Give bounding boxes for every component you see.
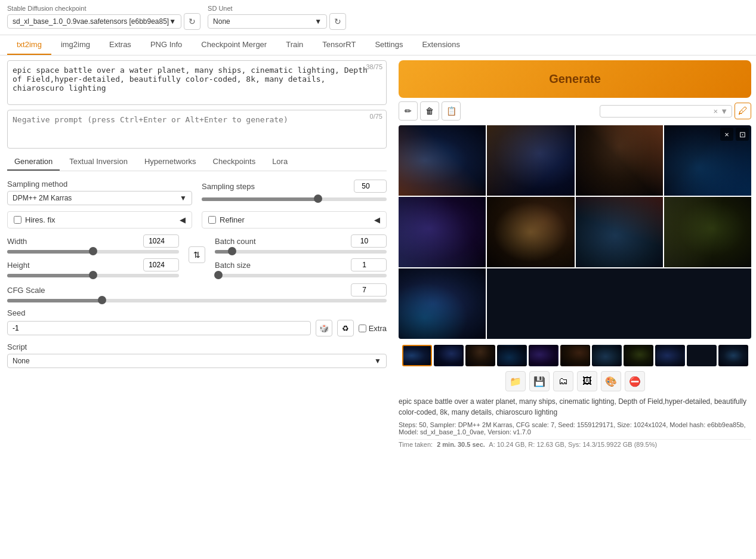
sub-tab-checkpoints[interactable]: Checkpoints — [206, 153, 263, 171]
image-cell-7[interactable] — [576, 197, 663, 267]
recycle-btn[interactable]: ♻ — [337, 320, 354, 336]
image-cell-10[interactable] — [487, 268, 751, 339]
extra-label-row[interactable]: Extra — [359, 324, 387, 333]
status-bar: Time taken: 2 min. 30.5 sec. A: 10.24 GB… — [399, 439, 751, 449]
left-panel: 38/75 epic space battle over a water pla… — [0, 55, 394, 559]
thumbnail-9[interactable] — [655, 345, 685, 366]
cfg-scale-slider[interactable] — [7, 299, 387, 302]
thumbnail-1[interactable] — [402, 345, 432, 366]
image-cell-2[interactable] — [487, 125, 574, 196]
thumbnail-5[interactable] — [529, 345, 558, 366]
thumbnail-7[interactable] — [592, 345, 622, 366]
swap-icon-btn[interactable]: ⇅ — [189, 246, 205, 263]
tab-tensorrt[interactable]: TensorRT — [313, 35, 365, 55]
image-cell-8[interactable] — [664, 197, 751, 267]
bottom-action-row: 📁 💾 🗂 🖼 🎨 ⛔ — [399, 369, 751, 394]
checkpoint-value: sd_xl_base_1.0_0.9vae.safetensors [e6bb9… — [13, 17, 169, 26]
refiner-checkbox[interactable] — [208, 216, 216, 224]
brush-btn[interactable]: 🖊 — [735, 103, 751, 119]
time-label: Time taken: — [399, 441, 433, 448]
script-dropdown[interactable]: None ▼ — [7, 354, 387, 368]
clear-search-btn[interactable]: × — [714, 107, 718, 116]
script-value: None — [13, 357, 30, 365]
search-input[interactable] — [604, 107, 711, 115]
width-slider[interactable] — [7, 250, 179, 254]
sub-tab-textual-inversion[interactable]: Textual Inversion — [62, 153, 135, 171]
thumbnail-11[interactable] — [718, 345, 748, 366]
sub-tab-generation[interactable]: Generation — [7, 153, 60, 171]
height-slider[interactable] — [7, 274, 179, 277]
sub-tab-lora[interactable]: Lora — [265, 153, 295, 171]
zip-btn[interactable]: 🗂 — [553, 371, 573, 391]
tab-extras[interactable]: Extras — [100, 35, 141, 55]
image-cell-9[interactable] — [399, 268, 486, 339]
image-cell-5[interactable] — [399, 197, 486, 267]
sub-tabs-bar: Generation Textual Inversion Hypernetwor… — [7, 153, 387, 171]
clipboard-btn[interactable]: 📋 — [442, 101, 461, 121]
swap-dimensions-btn[interactable]: ⇅ — [189, 234, 205, 263]
batch-size-input[interactable] — [351, 258, 387, 271]
hires-fix-collapse-icon[interactable]: ◀ — [180, 215, 186, 224]
seed-input[interactable] — [7, 321, 311, 335]
sampling-steps-input[interactable] — [354, 180, 387, 193]
save-btn[interactable]: 💾 — [529, 371, 550, 391]
batch-size-slider[interactable] — [215, 274, 387, 277]
unet-refresh-btn[interactable]: ↻ — [329, 13, 346, 30]
extra-checkbox[interactable] — [359, 325, 366, 332]
batch-count-label: Batch count — [215, 237, 274, 246]
sampling-method-arrow: ▼ — [180, 194, 187, 202]
image-cell-6[interactable] — [487, 197, 574, 267]
sub-tab-hypernetworks[interactable]: Hypernetworks — [137, 153, 203, 171]
thumbnail-4[interactable] — [497, 345, 527, 366]
dice-btn[interactable]: 🎲 — [316, 320, 332, 336]
unet-arrow-icon: ▼ — [314, 17, 322, 26]
cfg-scale-input[interactable] — [351, 283, 387, 297]
script-arrow-icon: ▼ — [374, 357, 381, 365]
thumbnail-6[interactable] — [560, 345, 590, 366]
hires-fix-checkbox[interactable] — [14, 216, 21, 224]
image-cell-1[interactable] — [399, 125, 486, 196]
tab-train[interactable]: Train — [276, 35, 313, 55]
script-label: Script — [7, 342, 27, 351]
grid-close-x-btn[interactable]: × — [720, 128, 733, 141]
refiner-collapse-icon[interactable]: ◀ — [374, 215, 380, 224]
tab-extensions[interactable]: Extensions — [412, 35, 470, 55]
batch-col: Batch count Batch size — [215, 234, 387, 277]
negative-counter: 0/75 — [370, 113, 382, 120]
negative-prompt-input[interactable] — [8, 110, 386, 146]
width-input[interactable] — [143, 234, 179, 248]
unet-dropdown[interactable]: None ▼ — [208, 14, 327, 29]
sampling-method-dropdown[interactable]: DPM++ 2M Karras ▼ — [7, 191, 192, 205]
generate-button[interactable]: Generate — [399, 60, 751, 98]
trash-btn[interactable]: 🗑 — [420, 101, 439, 121]
checkpoint-refresh-btn[interactable]: ↻ — [184, 13, 200, 30]
art-btn[interactable]: 🎨 — [601, 371, 621, 391]
image-grid-container: × ⊡ — [399, 125, 751, 339]
checkpoint-select-row: sd_xl_base_1.0_0.9vae.safetensors [e6bb9… — [7, 13, 200, 30]
tab-txt2img[interactable]: txt2img — [7, 35, 51, 55]
checkpoint-dropdown[interactable]: sd_xl_base_1.0_0.9vae.safetensors [e6bb9… — [7, 14, 181, 29]
refiner-label: Refiner — [220, 215, 245, 224]
seed-label: Seed — [7, 308, 25, 317]
tab-png-info[interactable]: PNG Info — [141, 35, 192, 55]
dropdown-search-btn[interactable]: ▼ — [720, 107, 728, 116]
batch-count-input[interactable] — [351, 234, 387, 248]
image-view-btn[interactable]: 🖼 — [577, 371, 597, 391]
recycle-icon: ♻ — [342, 324, 349, 333]
thumbnail-3[interactable] — [465, 345, 495, 366]
tab-img2img[interactable]: img2img — [51, 35, 100, 55]
positive-prompt-input[interactable]: epic space battle over a water planet, m… — [8, 61, 386, 103]
sampling-steps-slider[interactable] — [202, 197, 387, 201]
thumbnail-2[interactable] — [434, 345, 464, 366]
thumbnail-8[interactable] — [624, 345, 653, 366]
folder-btn[interactable]: 📁 — [505, 371, 526, 391]
height-input[interactable] — [143, 258, 179, 271]
batch-count-slider[interactable] — [215, 250, 387, 254]
no-btn[interactable]: ⛔ — [625, 371, 645, 391]
thumbnail-10[interactable] — [687, 345, 717, 366]
image-cell-3[interactable] — [576, 125, 663, 196]
pencil-btn[interactable]: ✏ — [399, 101, 418, 121]
tab-checkpoint-merger[interactable]: Checkpoint Merger — [192, 35, 276, 55]
grid-zoom-btn[interactable]: ⊡ — [736, 128, 749, 141]
tab-settings[interactable]: Settings — [365, 35, 412, 55]
